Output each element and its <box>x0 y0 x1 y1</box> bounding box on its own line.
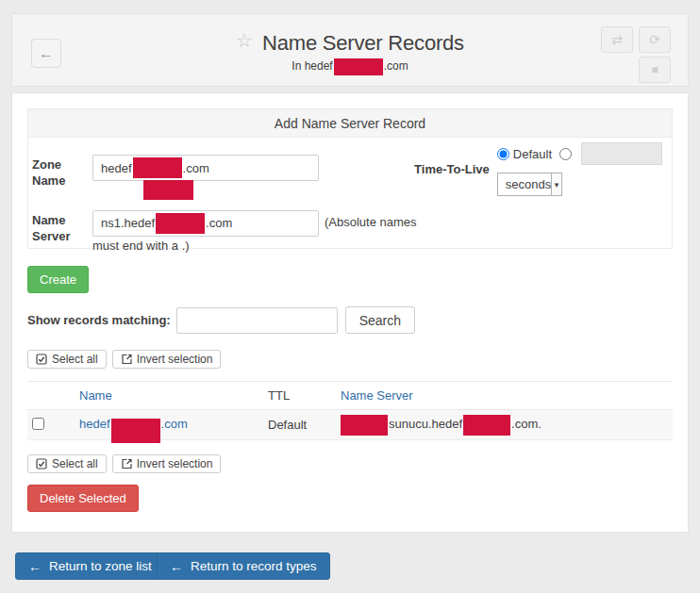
redaction-box <box>133 157 182 178</box>
search-input[interactable] <box>176 307 338 334</box>
record-name-before: hedef <box>79 417 110 431</box>
records-table: Name TTL Name Server hedef.com Default s… <box>27 381 673 440</box>
search-label: Show records matching: <box>27 313 171 327</box>
search-button[interactable]: Search <box>345 306 415 334</box>
invert-selection-button[interactable]: Invert selection <box>112 454 222 473</box>
record-ttl: Default <box>268 418 307 432</box>
return-to-zone-list-label: Return to zone list <box>49 559 152 573</box>
record-ns-after: .com. <box>511 417 542 431</box>
search-row: Show records matching: Search <box>27 306 673 334</box>
redaction-box <box>111 419 160 443</box>
zone-name-value-after: .com <box>183 161 209 175</box>
select-all-label: Select all <box>52 457 98 470</box>
chevron-down-icon: ▾ <box>551 173 561 195</box>
ttl-default-option-label: Default <box>513 147 552 161</box>
retweet-icon: ⇄ <box>611 32 623 47</box>
invert-selection-button[interactable]: Invert selection <box>112 350 222 369</box>
ttl-label: Time-To-Live <box>414 162 490 176</box>
zone-name-label: Zone Name <box>32 155 92 189</box>
select-all-label: Select all <box>52 353 98 366</box>
page-subtitle: In hedef.com <box>12 58 688 75</box>
record-ns-mid: sunucu.hedef <box>389 417 462 431</box>
return-to-zone-list-button[interactable]: ← Return to zone list <box>15 552 165 580</box>
name-server-input[interactable]: ns1.hedef.com <box>92 210 319 237</box>
page-header: ← ☆Name Server Records In hedef.com ⇄ ⟳ … <box>11 13 689 87</box>
refresh-button[interactable]: ⟳ <box>639 26 671 53</box>
name-server-cell: ns1.hedef.com (Absolute names must end w… <box>92 210 418 255</box>
ttl-column-header: TTL <box>268 388 290 403</box>
retweet-button[interactable]: ⇄ <box>601 26 633 53</box>
name-server-value-after: .com <box>206 214 232 233</box>
zone-name-input[interactable]: hedef.com <box>92 155 319 181</box>
redaction-box <box>143 180 193 200</box>
add-record-panel: Add Name Server Record Zone Name hedef.c… <box>27 108 673 249</box>
ttl-custom-radio[interactable] <box>559 148 572 160</box>
select-all-button[interactable]: Select all <box>27 350 107 369</box>
left-arrow-icon: ← <box>170 559 183 574</box>
return-to-record-types-label: Return to record types <box>191 559 317 573</box>
panel-title: Add Name Server Record <box>28 109 672 138</box>
return-to-record-types-button[interactable]: ← Return to record types <box>157 552 330 580</box>
name-column-header[interactable]: Name <box>79 388 112 403</box>
ttl-custom-input[interactable] <box>581 142 662 165</box>
name-server-label: Name Server <box>32 210 92 255</box>
subtitle-prefix: In hedef <box>292 59 332 73</box>
name-server-column-header[interactable]: Name Server <box>341 388 413 403</box>
record-name-link[interactable]: hedef.com <box>79 417 188 431</box>
redaction-box <box>156 213 205 234</box>
redaction-box <box>334 58 383 75</box>
invert-selection-label: Invert selection <box>137 353 213 366</box>
share-square-icon <box>121 458 132 469</box>
page-title: Name Server Records <box>262 31 464 55</box>
ttl-controls: Default seconds ▾ <box>497 142 662 196</box>
ttl-default-radio[interactable] <box>497 148 509 160</box>
row-checkbox[interactable] <box>32 418 44 430</box>
delete-selected-button[interactable]: Delete Selected <box>27 485 139 512</box>
name-server-value-before: ns1.hedef <box>101 214 155 233</box>
invert-selection-label: Invert selection <box>137 457 213 470</box>
zone-name-value-before: hedef <box>101 161 132 175</box>
selection-buttons-bottom: Select all Invert selection <box>27 454 673 473</box>
select-all-button[interactable]: Select all <box>27 454 107 473</box>
record-name-server: sunucu.hedef.com. <box>341 415 673 436</box>
redaction-box <box>463 415 510 436</box>
record-name-after: .com <box>161 417 188 431</box>
share-square-icon <box>121 354 132 365</box>
checked-box-icon <box>36 458 47 469</box>
create-button[interactable]: Create <box>27 266 89 293</box>
table-row: hedef.com Default sunucu.hedef.com. <box>27 410 673 440</box>
table-header-row: Name TTL Name Server <box>27 382 673 410</box>
main-content: Add Name Server Record Zone Name hedef.c… <box>11 92 689 533</box>
checked-box-icon <box>36 354 47 365</box>
subtitle-suffix: .com <box>384 59 408 73</box>
left-arrow-icon: ← <box>28 559 42 574</box>
add-record-form: Zone Name hedef.com Name Server ns1.hede… <box>28 138 672 248</box>
stop-icon: ■ <box>651 63 658 76</box>
ttl-group: Time-To-Live Default seconds ▾ <box>414 142 662 196</box>
favorite-star-icon[interactable]: ☆ <box>236 30 253 51</box>
selection-buttons-top: Select all Invert selection <box>27 350 673 369</box>
ttl-unit-select[interactable]: seconds ▾ <box>497 173 562 196</box>
ttl-unit-value: seconds <box>498 173 551 195</box>
stop-button[interactable]: ■ <box>639 57 671 83</box>
refresh-icon: ⟳ <box>649 32 660 47</box>
title-block: ☆Name Server Records In hedef.com <box>12 29 688 75</box>
redaction-box <box>341 415 388 436</box>
